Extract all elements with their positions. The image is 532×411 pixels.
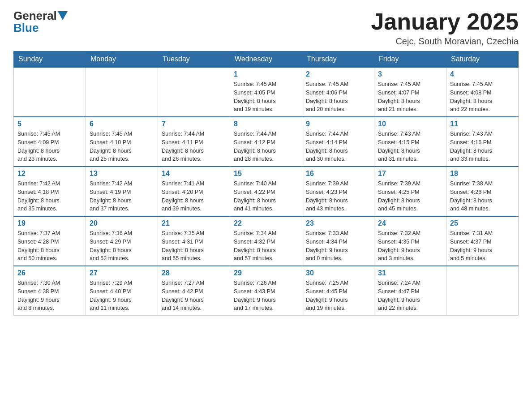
table-row: 28Sunrise: 7:27 AMSunset: 4:42 PMDayligh… xyxy=(158,266,230,316)
calendar-table: Sunday Monday Tuesday Wednesday Thursday… xyxy=(13,51,519,316)
day-info: Sunrise: 7:45 AMSunset: 4:09 PMDaylight:… xyxy=(17,130,82,163)
table-row: 21Sunrise: 7:35 AMSunset: 4:31 PMDayligh… xyxy=(158,216,230,266)
day-number: 1 xyxy=(234,70,298,78)
col-saturday: Saturday xyxy=(446,51,519,68)
week-row: 5Sunrise: 7:45 AMSunset: 4:09 PMDaylight… xyxy=(14,117,519,167)
table-row: 25Sunrise: 7:31 AMSunset: 4:37 PMDayligh… xyxy=(446,216,519,266)
day-number: 4 xyxy=(450,70,515,78)
day-number: 30 xyxy=(306,269,370,277)
table-row: 4Sunrise: 7:45 AMSunset: 4:08 PMDaylight… xyxy=(446,67,519,117)
day-info: Sunrise: 7:33 AMSunset: 4:34 PMDaylight:… xyxy=(306,229,370,263)
day-number: 12 xyxy=(17,170,82,178)
day-number: 28 xyxy=(162,269,226,277)
table-row: 2Sunrise: 7:45 AMSunset: 4:06 PMDaylight… xyxy=(302,67,374,117)
logo-triangle-icon xyxy=(58,11,68,20)
day-info: Sunrise: 7:37 AMSunset: 4:28 PMDaylight:… xyxy=(17,229,82,263)
table-row: 23Sunrise: 7:33 AMSunset: 4:34 PMDayligh… xyxy=(302,216,374,266)
table-row: 12Sunrise: 7:42 AMSunset: 4:18 PMDayligh… xyxy=(14,167,86,216)
day-info: Sunrise: 7:36 AMSunset: 4:29 PMDaylight:… xyxy=(90,229,154,263)
day-number: 23 xyxy=(306,219,370,227)
table-row: 17Sunrise: 7:39 AMSunset: 4:25 PMDayligh… xyxy=(374,167,446,216)
day-number: 9 xyxy=(306,120,370,128)
day-number: 5 xyxy=(17,120,82,128)
day-info: Sunrise: 7:32 AMSunset: 4:35 PMDaylight:… xyxy=(378,229,442,263)
week-row: 12Sunrise: 7:42 AMSunset: 4:18 PMDayligh… xyxy=(14,167,519,216)
table-row: 3Sunrise: 7:45 AMSunset: 4:07 PMDaylight… xyxy=(374,67,446,117)
table-row: 14Sunrise: 7:41 AMSunset: 4:20 PMDayligh… xyxy=(158,167,230,216)
day-number: 6 xyxy=(90,120,154,128)
table-row: 22Sunrise: 7:34 AMSunset: 4:32 PMDayligh… xyxy=(230,216,302,266)
day-info: Sunrise: 7:43 AMSunset: 4:16 PMDaylight:… xyxy=(450,130,515,163)
day-info: Sunrise: 7:41 AMSunset: 4:20 PMDaylight:… xyxy=(162,180,226,213)
day-info: Sunrise: 7:34 AMSunset: 4:32 PMDaylight:… xyxy=(234,229,298,263)
table-row: 30Sunrise: 7:25 AMSunset: 4:45 PMDayligh… xyxy=(302,266,374,316)
day-number: 20 xyxy=(90,219,154,227)
table-row: 11Sunrise: 7:43 AMSunset: 4:16 PMDayligh… xyxy=(446,117,519,167)
table-row: 24Sunrise: 7:32 AMSunset: 4:35 PMDayligh… xyxy=(374,216,446,266)
table-row xyxy=(158,67,230,117)
logo: General Blue xyxy=(13,9,68,35)
day-number: 27 xyxy=(90,269,154,277)
day-info: Sunrise: 7:27 AMSunset: 4:42 PMDaylight:… xyxy=(162,279,226,313)
day-info: Sunrise: 7:24 AMSunset: 4:47 PMDaylight:… xyxy=(378,279,442,313)
calendar-subtitle: Cejc, South Moravian, Czechia xyxy=(371,36,519,47)
day-number: 31 xyxy=(378,269,442,277)
col-sunday: Sunday xyxy=(14,51,86,68)
col-wednesday: Wednesday xyxy=(230,51,302,68)
table-row xyxy=(14,67,86,117)
day-info: Sunrise: 7:45 AMSunset: 4:05 PMDaylight:… xyxy=(234,80,298,114)
table-row: 20Sunrise: 7:36 AMSunset: 4:29 PMDayligh… xyxy=(86,216,158,266)
day-info: Sunrise: 7:30 AMSunset: 4:38 PMDaylight:… xyxy=(17,279,82,313)
day-info: Sunrise: 7:45 AMSunset: 4:10 PMDaylight:… xyxy=(90,130,154,163)
table-row: 19Sunrise: 7:37 AMSunset: 4:28 PMDayligh… xyxy=(14,216,86,266)
day-number: 2 xyxy=(306,70,370,78)
day-number: 29 xyxy=(234,269,298,277)
table-row xyxy=(86,67,158,117)
week-row: 26Sunrise: 7:30 AMSunset: 4:38 PMDayligh… xyxy=(14,266,519,316)
day-info: Sunrise: 7:42 AMSunset: 4:18 PMDaylight:… xyxy=(17,180,82,213)
day-info: Sunrise: 7:26 AMSunset: 4:43 PMDaylight:… xyxy=(234,279,298,313)
table-row: 26Sunrise: 7:30 AMSunset: 4:38 PMDayligh… xyxy=(14,266,86,316)
logo-blue: Blue xyxy=(13,21,68,35)
day-info: Sunrise: 7:44 AMSunset: 4:12 PMDaylight:… xyxy=(234,130,298,163)
table-row: 18Sunrise: 7:38 AMSunset: 4:26 PMDayligh… xyxy=(446,167,519,216)
day-number: 18 xyxy=(450,170,515,178)
day-info: Sunrise: 7:45 AMSunset: 4:08 PMDaylight:… xyxy=(450,80,515,114)
day-number: 19 xyxy=(17,219,82,227)
calendar-header-row: Sunday Monday Tuesday Wednesday Thursday… xyxy=(14,51,519,68)
table-row: 7Sunrise: 7:44 AMSunset: 4:11 PMDaylight… xyxy=(158,117,230,167)
day-info: Sunrise: 7:31 AMSunset: 4:37 PMDaylight:… xyxy=(450,229,515,263)
table-row: 13Sunrise: 7:42 AMSunset: 4:19 PMDayligh… xyxy=(86,167,158,216)
col-thursday: Thursday xyxy=(302,51,374,68)
day-number: 10 xyxy=(378,120,442,128)
col-friday: Friday xyxy=(374,51,446,68)
day-info: Sunrise: 7:45 AMSunset: 4:07 PMDaylight:… xyxy=(378,80,442,114)
table-row: 29Sunrise: 7:26 AMSunset: 4:43 PMDayligh… xyxy=(230,266,302,316)
day-info: Sunrise: 7:38 AMSunset: 4:26 PMDaylight:… xyxy=(450,180,515,213)
title-block: January 2025 Cejc, South Moravian, Czech… xyxy=(371,9,519,47)
svg-marker-0 xyxy=(58,11,68,20)
day-info: Sunrise: 7:35 AMSunset: 4:31 PMDaylight:… xyxy=(162,229,226,263)
page-header: General Blue January 2025 Cejc, South Mo… xyxy=(13,9,519,47)
table-row: 1Sunrise: 7:45 AMSunset: 4:05 PMDaylight… xyxy=(230,67,302,117)
day-number: 25 xyxy=(450,219,515,227)
table-row: 8Sunrise: 7:44 AMSunset: 4:12 PMDaylight… xyxy=(230,117,302,167)
week-row: 19Sunrise: 7:37 AMSunset: 4:28 PMDayligh… xyxy=(14,216,519,266)
table-row: 9Sunrise: 7:44 AMSunset: 4:14 PMDaylight… xyxy=(302,117,374,167)
day-number: 3 xyxy=(378,70,442,78)
day-info: Sunrise: 7:42 AMSunset: 4:19 PMDaylight:… xyxy=(90,180,154,213)
day-number: 17 xyxy=(378,170,442,178)
table-row: 27Sunrise: 7:29 AMSunset: 4:40 PMDayligh… xyxy=(86,266,158,316)
table-row xyxy=(446,266,519,316)
day-number: 22 xyxy=(234,219,298,227)
table-row: 31Sunrise: 7:24 AMSunset: 4:47 PMDayligh… xyxy=(374,266,446,316)
day-number: 7 xyxy=(162,120,226,128)
day-info: Sunrise: 7:40 AMSunset: 4:22 PMDaylight:… xyxy=(234,180,298,213)
day-info: Sunrise: 7:44 AMSunset: 4:14 PMDaylight:… xyxy=(306,130,370,163)
table-row: 16Sunrise: 7:39 AMSunset: 4:23 PMDayligh… xyxy=(302,167,374,216)
day-number: 16 xyxy=(306,170,370,178)
week-row: 1Sunrise: 7:45 AMSunset: 4:05 PMDaylight… xyxy=(14,67,519,117)
day-number: 26 xyxy=(17,269,82,277)
day-info: Sunrise: 7:39 AMSunset: 4:23 PMDaylight:… xyxy=(306,180,370,213)
calendar-title: January 2025 xyxy=(371,9,519,34)
